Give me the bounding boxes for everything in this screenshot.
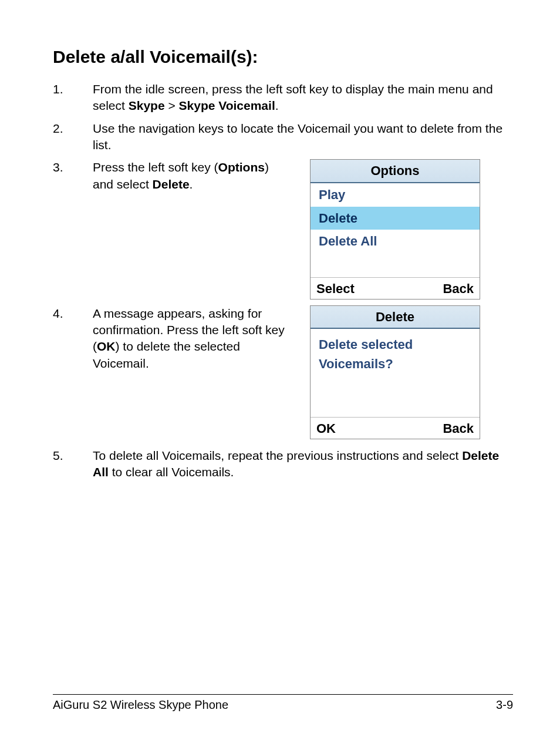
step-body: A message appears, asking for confirmati… [93,305,292,372]
footer-product: AiGuru S2 Wireless Skype Phone [53,698,228,712]
phone-screen-confirm: Delete Delete selected Voicemails? OK Ba… [310,305,480,439]
section-title: Delete a/all Voicemail(s): [53,47,513,67]
step-body: Use the navigation keys to locate the Vo… [93,120,513,154]
confirm-line-2: Voicemails? [319,354,471,374]
step-number: 4. [53,305,93,439]
bold-options: Options [218,160,265,174]
step-list: 1. From the idle screen, press the left … [53,81,513,481]
bold-skype: Skype [129,99,165,112]
footer-page-number: 3-9 [496,698,513,712]
text-fragment: ) to delete the selected Voicemail. [93,339,240,369]
text-fragment: to clear all Voicemails. [109,465,234,479]
bold-skype-voicemail: Skype Voicemail [179,99,275,112]
menu--item-delete-all[interactable]: Delete All [311,230,480,253]
softkey-back[interactable]: Back [443,420,474,438]
step-5: 5. To delete all Voicemails, repeat the … [53,447,513,481]
menu-item-play[interactable]: Play [311,183,480,207]
step-number: 1. [53,81,93,115]
step-2: 2. Use the navigation keys to locate the… [53,120,513,154]
softkey-ok[interactable]: OK [316,420,336,438]
text-fragment: To delete all Voicemails, repeat the pre… [93,449,462,462]
bold-delete: Delete [153,177,190,191]
bold-ok: OK [97,339,116,353]
menu-item-delete[interactable]: Delete [311,207,480,230]
phone-menu: Play Delete Delete All [311,183,480,277]
step-body: Press the left soft key (Options) and se… [93,159,292,193]
phone-title: Options [311,160,480,183]
page-footer: AiGuru S2 Wireless Skype Phone 3-9 [53,694,513,712]
step-4: 4. A message appears, asking for confirm… [53,305,513,439]
softkey-back[interactable]: Back [443,280,474,298]
step-3: 3. Press the left soft key (Options) and… [53,159,513,299]
step-number: 3. [53,159,93,299]
step-body: From the idle screen, press the left sof… [93,81,513,115]
confirm-line-1: Delete selected [319,335,471,354]
step-1: 1. From the idle screen, press the left … [53,81,513,115]
phone-title: Delete [311,306,480,329]
text-fragment: Press the left soft key ( [93,160,218,174]
text-fragment: > [165,99,179,112]
text-fragment: . [190,177,193,191]
text-fragment: . [275,99,279,112]
step-body: To delete all Voicemails, repeat the pre… [93,447,513,481]
phone-screen-options: Options Play Delete Delete All Select Ba… [310,159,480,299]
step-number: 2. [53,120,93,154]
softkey-select[interactable]: Select [316,280,355,298]
confirm-message: Delete selected Voicemails? [311,329,480,417]
step-number: 5. [53,447,93,481]
